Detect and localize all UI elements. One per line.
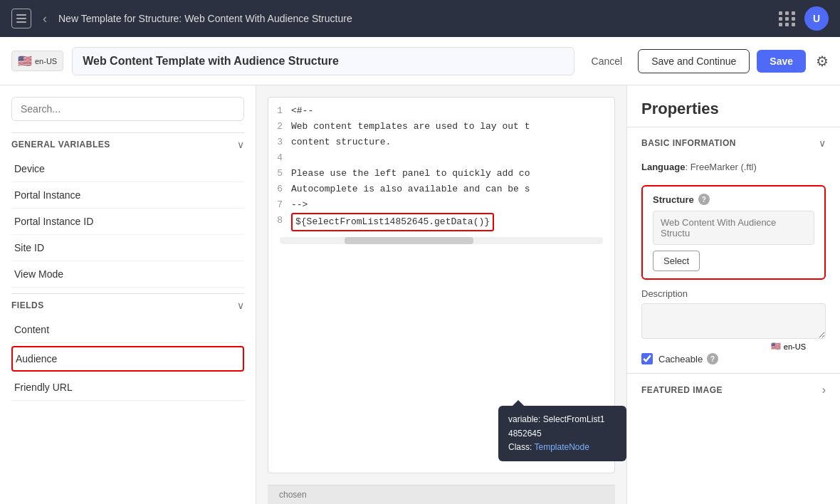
featured-image-section[interactable]: FEATURED IMAGE › [627,373,840,406]
settings-icon[interactable]: ⚙ [816,53,829,70]
sidebar-lines-icon [16,14,26,23]
basic-info-chevron-icon: ∨ [819,137,826,149]
line-content: --> [291,197,308,213]
tooltip-class-link[interactable]: TemplateNode [534,442,589,452]
select-button[interactable]: Select [653,251,700,271]
general-variables-label: GENERAL VARIABLES [11,140,110,149]
fields-chevron-icon: ∨ [237,300,244,311]
line-number: 5 [268,166,291,182]
tail-text: chosen [279,490,307,500]
code-line-6: 6 Autocomplete is also available and can… [268,182,614,197]
apps-icon[interactable] [779,11,796,26]
line-content: Please use the left panel to quickly add… [291,166,530,182]
save-button[interactable]: Save [757,50,806,73]
description-field: Description 🇺🇸 en-US [627,288,840,350]
basic-info-label: BASIC INFORMATION [641,138,736,148]
header-bar: 🇺🇸 en-US Cancel Save and Continue Save ⚙ [0,37,840,85]
sidebar-item-device[interactable]: Device [11,156,244,182]
editor-toolbar: chosen [268,485,615,504]
main-layout: GENERAL VARIABLES ∨ Device Portal Instan… [0,85,840,504]
language-field: Language: FreeMarker (.ftl) [627,159,840,185]
language-label: Language: FreeMarker (.ftl) [641,162,826,172]
fields-section[interactable]: FIELDS ∨ [11,293,244,317]
line-number: 2 [268,119,291,135]
cancel-button[interactable]: Cancel [583,50,631,73]
cacheable-label: Cacheable ? [658,353,718,364]
sidebar-item-portal-instance[interactable]: Portal Instance [11,182,244,209]
cacheable-row: Cacheable ? [627,350,840,373]
help-icon[interactable]: ? [698,194,710,205]
code-line-5: 5 Please use the left panel to quickly a… [268,166,614,182]
tooltip-line2: 4852645 [508,427,616,441]
code-line-2: 2 Web content templates are used to lay … [268,119,614,135]
variable-tooltip: variable: SelectFromList1 4852645 Class:… [498,406,626,461]
header-actions: Cancel Save and Continue Save ⚙ [583,49,829,73]
language-badge[interactable]: 🇺🇸 en-US [11,51,63,71]
code-line-1: 1 <#-- [268,103,614,119]
tooltip-class-line: Class: TemplateNode [508,441,616,454]
basic-info-section: BASIC INFORMATION ∨ Language: FreeMarker… [627,127,840,373]
line-number: 1 [268,103,291,119]
horizontal-scrollbar[interactable] [280,237,603,244]
template-title-input[interactable] [72,47,574,75]
line-number: 3 [268,135,291,150]
line-content: <#-- [291,103,313,119]
chevron-down-icon: ∨ [237,139,244,150]
line-number: 8 [268,213,291,231]
line-content: Autocomplete is also available and can b… [291,182,530,197]
description-label: Description [641,288,826,299]
desc-flag-icon: 🇺🇸 [771,342,781,351]
desc-lang-badge: 🇺🇸 en-US [771,342,806,351]
cacheable-checkbox[interactable] [641,353,653,364]
lang-code: en-US [35,57,57,65]
avatar[interactable]: U [804,6,829,31]
back-button[interactable]: ‹ [40,9,50,29]
desc-lang-code: en-US [784,342,806,351]
description-wrapper: 🇺🇸 en-US [641,303,826,342]
line-number: 7 [268,197,291,213]
featured-image-chevron-icon: › [822,384,826,397]
code-line-3: 3 content structure. [268,135,614,150]
code-line-8: 8 ${SelectFromList14852645.getData()} [268,213,614,231]
search-input[interactable] [11,97,244,121]
sidebar-toggle[interactable] [11,9,31,28]
description-textarea[interactable] [641,303,826,339]
cacheable-help-icon[interactable]: ? [707,353,718,364]
fields-label: FIELDS [11,300,44,310]
line-content: Web content templates are used to lay ou… [291,119,530,135]
sidebar-item-view-mode[interactable]: View Mode [11,261,244,288]
tooltip-line1: variable: SelectFromList1 [508,413,616,426]
structure-box: Structure ? Web Content With Audience St… [641,185,826,280]
line-number: 6 [268,182,291,197]
line-content: content structure. [291,135,391,150]
structure-label: Structure ? [653,194,814,205]
sidebar-item-portal-instance-id[interactable]: Portal Instance ID [11,209,244,235]
sidebar-item-content[interactable]: Content [11,317,244,343]
top-nav: ‹ New Template for Structure: Web Conten… [0,0,840,37]
featured-image-label: FEATURED IMAGE [641,385,723,395]
sidebar-item-site-id[interactable]: Site ID [11,235,244,261]
general-variables-section[interactable]: GENERAL VARIABLES ∨ [11,132,244,156]
code-line-4: 4 [268,150,614,166]
code-line-7: 7 --> [268,197,614,213]
top-nav-title: New Template for Structure: Web Content … [58,13,770,24]
save-and-continue-button[interactable]: Save and Continue [638,49,750,73]
panel-title: Properties [627,85,840,127]
left-sidebar: GENERAL VARIABLES ∨ Device Portal Instan… [0,85,256,504]
flag-icon: 🇺🇸 [18,54,32,68]
line-number: 4 [268,150,291,166]
sidebar-item-audience[interactable]: Audience [11,346,244,372]
structure-value: Web Content With Audience Structu [653,211,814,245]
right-panel: Properties BASIC INFORMATION ∨ Language:… [626,85,840,504]
tooltip-class-label: Class: [508,442,532,452]
line-content-highlighted: ${SelectFromList14852645.getData()} [291,213,494,231]
scrollbar-thumb[interactable] [345,237,474,244]
basic-info-header[interactable]: BASIC INFORMATION ∨ [627,127,840,159]
sidebar-item-friendly-url[interactable]: Friendly URL [11,374,244,401]
editor-area: 1 <#-- 2 Web content templates are used … [256,85,626,504]
